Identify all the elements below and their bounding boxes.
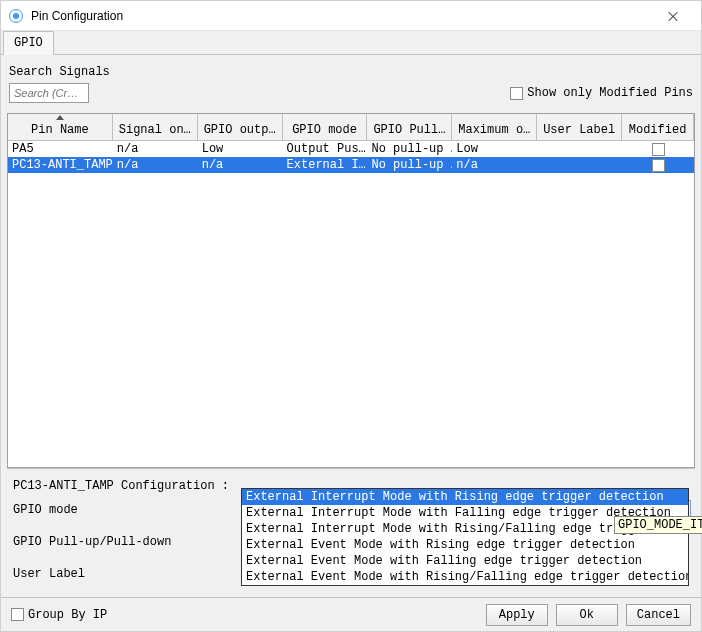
footer: Group By IP Apply Ok Cancel (1, 597, 701, 631)
dropdown-option[interactable]: External Event Mode with Rising edge tri… (242, 537, 688, 553)
tooltip: GPIO_MODE_IT_F (614, 516, 702, 534)
dropdown-option[interactable]: External Event Mode with Rising/Falling … (242, 569, 688, 585)
cell-mode: Output Pus… (283, 142, 368, 156)
show-only-modified-label: Show only Modified Pins (527, 86, 693, 100)
cell-modified (622, 143, 694, 156)
dropdown-option[interactable]: External Event Mode with Falling edge tr… (242, 553, 688, 569)
table-body: PA5 n/a Low Output Pus… No pull-up … Low… (8, 141, 694, 467)
cancel-button[interactable]: Cancel (626, 604, 691, 626)
search-area: Search Signals Show only Modified Pins (1, 55, 701, 107)
gpio-mode-dropdown-list[interactable]: External Interrupt Mode with Rising edge… (241, 488, 689, 586)
col-signal[interactable]: Signal on… (113, 114, 198, 140)
modified-checkbox[interactable] (652, 159, 665, 172)
window-title: Pin Configuration (31, 9, 653, 23)
tab-gpio[interactable]: GPIO (3, 31, 54, 55)
cell-signal: n/a (113, 158, 198, 172)
titlebar: Pin Configuration (1, 1, 701, 31)
pin-table: Pin Name Signal on… GPIO outp… GPIO mode… (7, 113, 695, 468)
col-gpio-mode[interactable]: GPIO mode (283, 114, 368, 140)
ok-button[interactable]: Ok (556, 604, 618, 626)
config-label-pull: GPIO Pull-up/Pull-down (11, 535, 241, 549)
table-row[interactable]: PC13-ANTI_TAMP n/a n/a External I… No pu… (8, 157, 694, 173)
cell-pin: PC13-ANTI_TAMP (8, 158, 113, 172)
config-label-userlabel: User Label (11, 567, 241, 581)
table-row[interactable]: PA5 n/a Low Output Pus… No pull-up … Low (8, 141, 694, 157)
col-maximum[interactable]: Maximum o… (452, 114, 537, 140)
tabstrip: GPIO (1, 31, 701, 55)
col-modified[interactable]: Modified (622, 114, 694, 140)
cell-max: n/a (452, 158, 537, 172)
close-icon (667, 10, 679, 22)
col-user-label[interactable]: User Label (537, 114, 622, 140)
cell-pull: No pull-up … (367, 158, 452, 172)
cell-mode: External I… (283, 158, 368, 172)
close-button[interactable] (653, 2, 693, 30)
show-only-modified-checkbox[interactable]: Show only Modified Pins (510, 86, 693, 100)
cell-modified (622, 159, 694, 172)
modified-checkbox[interactable] (652, 143, 665, 156)
cell-pin: PA5 (8, 142, 113, 156)
col-gpio-outp[interactable]: GPIO outp… (198, 114, 283, 140)
search-input[interactable] (9, 83, 89, 103)
app-icon (9, 9, 23, 23)
group-by-ip-checkbox[interactable]: Group By IP (11, 608, 107, 622)
checkbox-icon (11, 608, 24, 621)
dropdown-option[interactable]: External Interrupt Mode with Rising edge… (242, 489, 688, 505)
cell-pull: No pull-up … (367, 142, 452, 156)
config-label-mode: GPIO mode (11, 503, 241, 517)
apply-button[interactable]: Apply (486, 604, 548, 626)
col-pin-name[interactable]: Pin Name (8, 114, 113, 140)
col-gpio-pull[interactable]: GPIO Pull… (367, 114, 452, 140)
search-label: Search Signals (9, 65, 693, 79)
sort-asc-icon (56, 115, 64, 120)
table-header: Pin Name Signal on… GPIO outp… GPIO mode… (8, 114, 694, 141)
cell-outp: n/a (198, 158, 283, 172)
cell-outp: Low (198, 142, 283, 156)
cell-max: Low (452, 142, 537, 156)
cell-signal: n/a (113, 142, 198, 156)
checkbox-icon (510, 87, 523, 100)
group-by-ip-label: Group By IP (28, 608, 107, 622)
